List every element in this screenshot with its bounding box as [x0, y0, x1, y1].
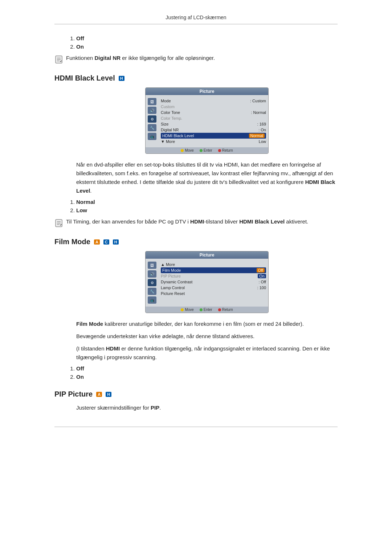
film-mode-heading: Film Mode A C H: [54, 238, 338, 246]
tv-sidebar-hdmi: 🖼 🔊 ⚙ 🔧 📺: [146, 97, 159, 145]
film-mode-title: Film Mode: [54, 238, 90, 246]
list-item-off: Off: [76, 365, 338, 372]
page-header: Justering af LCD-skærmen: [54, 15, 338, 24]
pip-desc: Justerer skærmindstillinger for PIP.: [76, 403, 338, 412]
dot-return-film: [218, 308, 221, 311]
menu-row-mode: Mode: Custom: [161, 98, 266, 104]
pip-badge-h: H: [106, 392, 111, 397]
film-options-list: Off On: [76, 365, 338, 380]
menu-film-mode: Film ModeOff: [161, 267, 266, 273]
pip-badge-a: A: [96, 392, 102, 397]
header-title: Justering af LCD-skærmen: [166, 15, 226, 20]
dot-move: [181, 149, 184, 152]
list-item: Off: [76, 35, 338, 41]
sidebar-film-4: 🔧: [148, 288, 156, 295]
list-off-on-1: Off On: [76, 35, 338, 50]
dot-enter: [200, 149, 203, 152]
menu-dynamic-contrast: Dynamic Contrast: Off: [161, 279, 266, 285]
page-divider: [54, 427, 338, 427]
hdmi-black-level-heading: HDMI Black Level H: [54, 74, 338, 82]
menu-row-color-tone: Color Tone: Normal: [161, 110, 266, 115]
sidebar-film-2: 🔊: [148, 270, 156, 278]
note-text-2: Til Timing, der kan anvendes for både PC…: [66, 218, 308, 225]
tv-screen-hdmi: Picture 🖼 🔊 ⚙ 🔧 📺 Mode: Custom Custom: [145, 87, 269, 154]
hdmi-desc: Når en dvd-afspiller eller en set-top-bo…: [76, 160, 338, 195]
note-text-1: Funktionen Digital NR er ikke tilgængeli…: [66, 55, 215, 61]
menu-lamp-control: Lamp Control: 100: [161, 285, 266, 291]
tv-screen-film: Picture 🖼 🔊 ⚙ 🔧 📺 ▲ More Film ModeOff: [145, 251, 269, 313]
menu-row-custom: Custom: [161, 104, 266, 110]
tv-screen-title-film: Picture: [146, 251, 268, 259]
sidebar-film-1: 🖼: [148, 262, 156, 269]
sidebar-icon-3: ⚙: [148, 115, 156, 123]
hdmi-badge-h: H: [119, 76, 124, 81]
dot-return: [218, 149, 221, 152]
list-item: On: [76, 44, 338, 50]
menu-row-color-temp: Color Temp.: [161, 115, 266, 121]
tv-screen-title-hdmi: Picture: [146, 88, 268, 95]
tv-menu-hdmi: Mode: Custom Custom Color Tone: Normal C…: [159, 97, 268, 145]
menu-picture-reset: Picture Reset: [161, 291, 266, 296]
list-item-normal: Normal: [76, 199, 338, 205]
hdmi-black-level-screen-wrapper: Picture 🖼 🔊 ⚙ 🔧 📺 Mode: Custom Custom: [76, 87, 338, 154]
tv-screen-body-film: 🖼 🔊 ⚙ 🔧 📺 ▲ More Film ModeOff PIP Pictur…: [146, 259, 268, 307]
tv-screen-body-hdmi: 🖼 🔊 ⚙ 🔧 📺 Mode: Custom Custom Color To: [146, 95, 268, 147]
sidebar-film-5: 📺: [148, 296, 156, 304]
film-desc-3: (I tilstanden HDMI er denne funktion til…: [76, 344, 338, 362]
pip-picture-title: PIP Picture: [54, 390, 93, 398]
tv-footer-film: Move Enter Return: [146, 307, 268, 313]
dot-move-film: [181, 308, 184, 311]
film-desc-1: Film Mode kalibrerer unaturlige billeder…: [76, 320, 338, 328]
hdmi-black-level-title: HDMI Black Level: [54, 74, 115, 82]
tv-menu-film: ▲ More Film ModeOff PIP PictureOn Dynami…: [159, 261, 268, 304]
sidebar-icon-2: 🔊: [148, 107, 156, 114]
pip-picture-heading: PIP Picture A H: [54, 390, 338, 398]
film-mode-screen-wrapper: Picture 🖼 🔊 ⚙ 🔧 📺 ▲ More Film ModeOff: [76, 251, 338, 313]
film-desc-2: Bevægende undertekster kan virke ødelagt…: [76, 332, 338, 341]
tv-sidebar-film: 🖼 🔊 ⚙ 🔧 📺: [146, 261, 159, 304]
sidebar-icon-4: 🔧: [148, 124, 156, 131]
film-badge-a: A: [94, 239, 100, 245]
note-box-1: Funktionen Digital NR er ikke tilgængeli…: [54, 55, 338, 64]
menu-pip-picture: PIP PictureOn: [161, 273, 266, 279]
list-item-on: On: [76, 374, 338, 380]
menu-row-digital-nr: Digital NR: On: [161, 127, 266, 133]
note-box-2: Til Timing, der kan anvendes for både PC…: [54, 218, 338, 227]
dot-enter-film: [200, 308, 203, 311]
list-item-low: Low: [76, 207, 338, 213]
sidebar-icon-1: 🖼: [148, 98, 156, 105]
film-badge-c: C: [103, 239, 109, 245]
film-badge-h: H: [113, 239, 119, 245]
note-icon: [54, 55, 63, 64]
tv-footer-hdmi: Move Enter Return: [146, 147, 268, 153]
menu-row-size: Size: 169: [161, 121, 266, 127]
menu-film-more: ▲ More: [161, 262, 266, 267]
hdmi-options-list: Normal Low: [76, 199, 338, 213]
sidebar-film-3: ⚙: [148, 279, 156, 286]
menu-row-hdmi-black: HDMI Black LevelNormal: [161, 133, 266, 139]
note-icon-2: [54, 219, 63, 227]
menu-row-more: ▼ MoreLow: [161, 139, 266, 144]
sidebar-icon-5: 📺: [148, 133, 156, 140]
